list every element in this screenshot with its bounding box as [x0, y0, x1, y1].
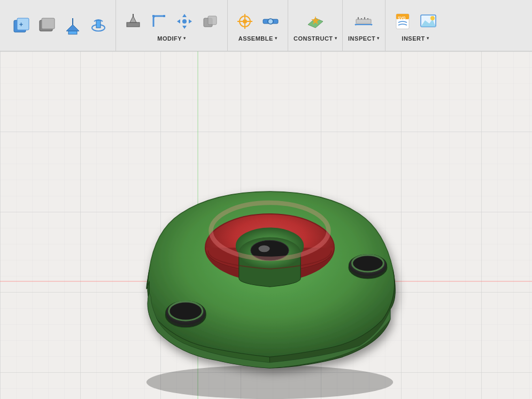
toolbar-group-create: + [4, 0, 116, 51]
combine-icon [201, 12, 220, 31]
inspect-label: INSPECT ▾ [348, 35, 380, 42]
assemble-icons-row [233, 10, 282, 33]
svg-rect-14 [163, 15, 165, 17]
new-body-icon [37, 16, 57, 35]
toolbar-group-construct: CONSTRUCT ▾ [288, 0, 343, 51]
combine-button[interactable] [198, 10, 222, 33]
fillet-button[interactable] [147, 10, 171, 33]
insert-canvas-icon [419, 12, 438, 31]
svg-rect-13 [152, 15, 155, 17]
construct-plane-button[interactable] [304, 10, 327, 33]
svg-text:+: + [19, 21, 23, 28]
toolbar-group-insert: SVG INSERT ▾ [385, 0, 445, 51]
move-icon [175, 12, 194, 31]
press-pull-icon [124, 12, 143, 31]
svg-point-66 [259, 245, 270, 252]
svg-marker-16 [182, 26, 187, 29]
insert-canvas-button[interactable] [417, 10, 440, 33]
svg-point-46 [430, 16, 435, 20]
inspect-icons-row [352, 10, 375, 33]
new-body-button[interactable] [35, 14, 59, 37]
svg-point-19 [182, 19, 187, 24]
joint-origin-icon [235, 12, 255, 31]
toolbar-group-inspect: INSPECT ▾ [343, 0, 385, 51]
press-pull-button[interactable] [121, 10, 145, 33]
measure-icon [354, 12, 373, 31]
svg-rect-6 [68, 31, 77, 34]
modify-label: MODIFY ▾ [157, 35, 186, 42]
move-button[interactable] [173, 10, 196, 33]
extrude-icon [63, 16, 82, 35]
svg-point-52 [147, 365, 393, 399]
construct-label: CONSTRUCT ▾ [294, 35, 337, 42]
joint-origin-button[interactable] [233, 10, 257, 33]
svg-rect-10 [127, 22, 140, 27]
insert-icons-row: SVG [391, 10, 440, 33]
svg-rect-4 [42, 18, 55, 29]
svg-marker-5 [66, 25, 79, 31]
svg-marker-40 [371, 24, 373, 26]
svg-marker-17 [177, 19, 180, 24]
revolve-button[interactable] [87, 14, 110, 37]
new-component-button[interactable]: + [10, 14, 33, 37]
svg-rect-9 [96, 20, 101, 28]
new-component-icon: + [12, 16, 31, 35]
svg-marker-18 [189, 19, 192, 24]
svg-point-55 [169, 303, 203, 322]
insert-label: INSERT ▾ [402, 35, 429, 42]
insert-svg-icon: SVG [393, 12, 412, 31]
3d-model [7, 51, 532, 399]
joint-button[interactable] [259, 10, 282, 33]
assemble-label: ASSEMBLE ▾ [238, 35, 277, 42]
modify-icons-row [121, 10, 222, 33]
revolve-icon [89, 16, 108, 35]
svg-rect-21 [208, 16, 217, 25]
svg-marker-15 [182, 14, 187, 17]
construct-icons-row [304, 10, 327, 33]
viewport[interactable] [0, 51, 532, 399]
construct-plane-icon [306, 12, 325, 31]
insert-svg-button[interactable]: SVG [391, 10, 414, 33]
toolbar-group-assemble: ASSEMBLE ▾ [228, 0, 288, 51]
toolbar: + [0, 0, 532, 51]
svg-point-30 [268, 19, 273, 24]
joint-icon [261, 12, 280, 31]
fillet-icon [149, 12, 168, 31]
svg-point-23 [243, 19, 247, 24]
extrude-button[interactable] [61, 14, 84, 37]
svg-rect-33 [356, 19, 371, 24]
create-icons-row: + [10, 14, 110, 37]
svg-point-59 [352, 256, 384, 273]
svg-text:SVG: SVG [398, 16, 406, 20]
toolbar-group-modify: MODIFY ▾ [116, 0, 228, 51]
measure-button[interactable] [352, 10, 375, 33]
svg-marker-39 [354, 24, 356, 26]
